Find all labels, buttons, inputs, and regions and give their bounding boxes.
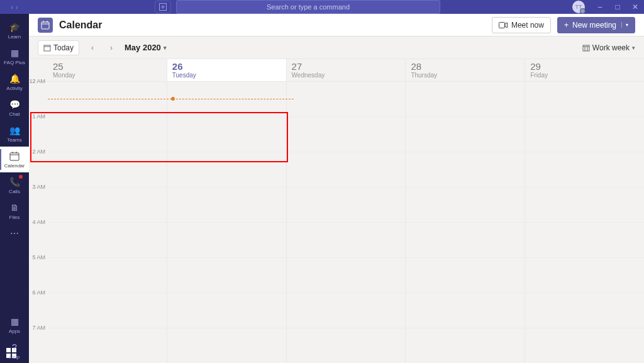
bell-icon: 🔔 xyxy=(9,73,20,84)
svg-rect-4 xyxy=(44,45,50,51)
command-search[interactable]: Search or type a command xyxy=(176,0,440,14)
prev-period-button[interactable]: ‹ xyxy=(87,42,98,53)
rail-item-teams[interactable]: 👥 Teams xyxy=(0,121,29,147)
rail-item-more[interactable]: ⋯ xyxy=(0,224,29,243)
svg-rect-5 xyxy=(583,45,589,51)
more-icon: ⋯ xyxy=(9,228,20,239)
day-header: 28 Thursday xyxy=(406,59,525,82)
notification-badge xyxy=(19,175,23,179)
back-icon[interactable]: ‹ xyxy=(11,3,13,11)
chevron-down-icon: ▾ xyxy=(164,45,167,51)
svg-rect-1 xyxy=(10,153,19,160)
calendar-small-icon xyxy=(582,44,590,52)
rail-item-faqplus[interactable]: ▦ FAQ Plus xyxy=(0,43,29,69)
main-area: Calendar Meet now + New meeting ▾ Today … xyxy=(29,14,644,363)
calendar-subbar: Today ‹ › May 2020 ▾ Work week ▾ xyxy=(29,36,644,59)
next-period-button[interactable]: › xyxy=(106,42,117,53)
rail-item-calls[interactable]: 📞 Calls xyxy=(0,172,29,198)
app-rail: 🎓 Learn ▦ FAQ Plus 🔔 Activity 💬 Chat 👥 T… xyxy=(0,14,29,363)
day-column-tue[interactable]: 26 Tuesday xyxy=(167,59,287,363)
calendar-header: Calendar Meet now + New meeting ▾ xyxy=(29,14,644,36)
help-icon: ? xyxy=(9,342,20,353)
user-avatar[interactable]: TT xyxy=(572,1,585,13)
month-picker[interactable]: May 2020 ▾ xyxy=(125,43,167,52)
plus-box-icon xyxy=(159,3,167,11)
new-meeting-button[interactable]: + New meeting ▾ xyxy=(557,17,635,33)
search-placeholder: Search or type a command xyxy=(267,3,350,11)
day-header: 26 Tuesday xyxy=(167,59,286,82)
day-header: 27 Wednesday xyxy=(287,59,406,82)
calendar-small-icon xyxy=(43,44,51,52)
rail-item-help[interactable]: ? Help xyxy=(0,338,29,363)
day-column-mon[interactable]: 25 Monday xyxy=(48,59,167,363)
today-button[interactable]: Today xyxy=(38,40,79,55)
teams-icon: 👥 xyxy=(9,125,20,136)
day-column-thu[interactable]: 28 Thursday xyxy=(406,59,525,363)
rail-item-learn[interactable]: 🎓 Learn xyxy=(0,18,29,43)
chat-icon: 💬 xyxy=(9,99,20,110)
files-icon: 🗎 xyxy=(9,202,20,213)
day-column-wed[interactable]: 27 Wednesday xyxy=(287,59,406,363)
minimize-button[interactable]: – xyxy=(591,3,609,11)
view-selector[interactable]: Work week ▾ xyxy=(582,43,635,52)
rail-item-calendar[interactable]: Calendar xyxy=(0,147,29,172)
phone-icon: 📞 xyxy=(9,176,20,187)
rail-item-files[interactable]: 🗎 Files xyxy=(0,198,29,224)
video-icon xyxy=(499,22,508,28)
plus-icon: + xyxy=(564,21,569,30)
day-header: 29 Friday xyxy=(525,59,644,82)
page-title: Calendar xyxy=(59,20,102,31)
faq-icon: ▦ xyxy=(9,47,20,59)
meet-now-button[interactable]: Meet now xyxy=(492,17,551,33)
time-gutter: 12 AM 1 AM 2 AM 3 AM 4 AM 5 AM 6 AM 7 AM xyxy=(29,59,48,363)
titlebar: ‹ › Search or type a command TT – □ ✕ xyxy=(0,0,644,14)
chevron-down-icon: ▾ xyxy=(621,22,628,28)
calendar-icon xyxy=(9,150,20,162)
calendar-app-icon xyxy=(38,18,53,33)
close-button[interactable]: ✕ xyxy=(626,3,644,11)
svg-rect-3 xyxy=(499,22,504,28)
svg-rect-2 xyxy=(42,22,49,29)
now-indicator-dot xyxy=(171,97,175,101)
day-header: 25 Monday xyxy=(48,59,167,82)
rail-item-apps[interactable]: ▦ Apps xyxy=(0,312,29,338)
history-nav: ‹ › xyxy=(0,3,29,11)
apps-icon: ▦ xyxy=(9,316,20,327)
rail-item-activity[interactable]: 🔔 Activity xyxy=(0,69,29,95)
new-tab-button[interactable] xyxy=(155,1,171,13)
rail-item-chat[interactable]: 💬 Chat xyxy=(0,95,29,121)
learn-icon: 🎓 xyxy=(9,21,20,33)
day-column-fri[interactable]: 29 Friday xyxy=(525,59,644,363)
forward-icon[interactable]: › xyxy=(16,3,18,11)
calendar-grid[interactable]: 12 AM 1 AM 2 AM 3 AM 4 AM 5 AM 6 AM 7 AM… xyxy=(29,59,644,363)
maximize-button[interactable]: □ xyxy=(609,3,626,11)
chevron-down-icon: ▾ xyxy=(632,45,635,51)
